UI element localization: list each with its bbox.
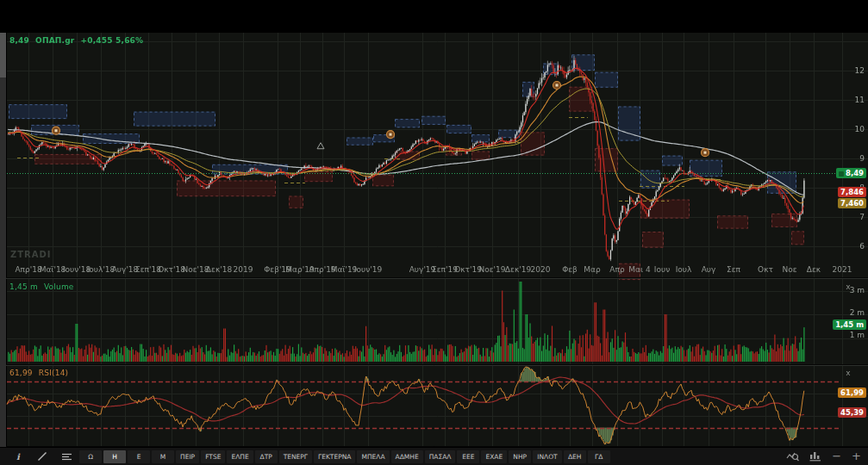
- ticker-button-ΜΠΕΛΑ[interactable]: ΜΠΕΛΑ: [357, 450, 389, 463]
- x-axis-label: 2019: [234, 265, 253, 274]
- volume-axis-label: 1 m: [835, 331, 865, 339]
- countdown-icon: [839, 171, 844, 177]
- symbol-change: +0,455 5,66%: [81, 36, 144, 45]
- volume-label: Volume: [44, 282, 74, 291]
- ticker-button-FTSE[interactable]: FTSE: [201, 450, 225, 463]
- timeframe-button-Η[interactable]: Η: [103, 450, 126, 463]
- x-axis-label: Απρ: [609, 265, 624, 274]
- x-axis-label: Ιουλ'18: [87, 265, 116, 274]
- x-axis-label: Αυγ: [702, 265, 716, 274]
- ticker-button-ΤΕΝΕΡΓ[interactable]: ΤΕΝΕΡΓ: [279, 450, 312, 463]
- volume-value: 1,45 m: [9, 282, 38, 291]
- ticker-button-ΔΕΗ[interactable]: ΔΕΗ: [564, 450, 586, 463]
- volume-legend: 1,45 m Volume: [9, 282, 78, 291]
- timeframe-button-Μ[interactable]: Μ: [152, 450, 174, 463]
- x-axis-label: Νοε: [782, 265, 796, 274]
- zoom-to-fit-icon[interactable]: [786, 450, 799, 462]
- x-axis-label: Ιουν'19: [354, 265, 382, 274]
- x-axis-label: Φεβ: [562, 265, 578, 274]
- x-axis-label: Οκτ'19: [454, 265, 482, 274]
- price-badge-ma-slow-value: 7,460: [838, 198, 866, 208]
- ticker-button-ΕΕΕ[interactable]: ΕΕΕ: [457, 450, 479, 463]
- x-axis-label: Ιουν: [654, 265, 670, 274]
- volume-pane-close-button[interactable]: x: [844, 282, 852, 291]
- x-axis-label: Δεκ'19: [505, 265, 531, 274]
- x-axis-label: Οκτ'18: [158, 265, 185, 274]
- ticker-button-ΠΕΙΡ[interactable]: ΠΕΙΡ: [176, 450, 199, 463]
- symbol-name: ΟΠΑΠ.gr: [35, 36, 74, 45]
- x-axis-label: Οκτ: [758, 265, 773, 274]
- price-axis-label: 11: [835, 96, 865, 104]
- price-axis-label: 12: [835, 66, 865, 75]
- rsi-label: RSI(14): [39, 369, 69, 377]
- timeframe-group: ΩΗΕΜ: [79, 450, 176, 463]
- x-axis-label: Μαϊ'19: [331, 265, 358, 274]
- ticker-button-ΕΧΑΕ[interactable]: ΕΧΑΕ: [481, 450, 507, 463]
- chart-canvas[interactable]: [0, 0, 868, 465]
- zoom-out-button[interactable]: −: [832, 450, 841, 462]
- x-axis-label: Δεκ: [807, 265, 821, 274]
- ticker-button-ΝΗΡ[interactable]: ΝΗΡ: [509, 450, 531, 463]
- x-axis-label: 2020: [531, 265, 551, 274]
- platform-watermark: ZTRADI: [10, 250, 52, 259]
- ticker-button-ΓΔ[interactable]: ΓΔ: [588, 450, 610, 463]
- watchlist-icon: [61, 452, 72, 462]
- x-axis-label: Ιουλ: [676, 265, 692, 274]
- ticker-button-ΓΕΚΤΕΡΝΑ[interactable]: ΓΕΚΤΕΡΝΑ: [314, 450, 355, 463]
- rsi-badge-rsi-value: 61,99: [838, 388, 866, 398]
- volume-axis-label: 2 m: [835, 308, 865, 317]
- x-axis-label: Μαρ: [584, 265, 600, 274]
- rsi-pane-close-button[interactable]: x: [844, 369, 852, 377]
- price-axis-label: 10: [835, 125, 865, 133]
- x-axis-label: 2021: [833, 265, 852, 274]
- watchlist-button[interactable]: [55, 450, 78, 463]
- trend-line-tool-button[interactable]: [31, 450, 53, 463]
- timeframe-button-Ω[interactable]: Ω: [79, 450, 102, 463]
- side-panel-scroll-thumb[interactable]: [0, 33, 6, 78]
- chart-zoom-controls: − +: [786, 447, 861, 465]
- x-axis-label: Σεπ: [727, 265, 740, 274]
- price-axis-label: 9: [835, 154, 865, 163]
- ticker-button-ΕΛΠΕ[interactable]: ΕΛΠΕ: [227, 450, 253, 463]
- ticker-button-ΑΔΜΗΕ[interactable]: ΑΔΜΗΕ: [391, 450, 423, 463]
- zoom-in-button[interactable]: +: [852, 450, 861, 462]
- ticker-group: ΠΕΙΡFTSEΕΛΠΕΔΤΡΤΕΝΕΡΓΓΕΚΤΕΡΝΑΜΠΕΛΑΑΔΜΗΕΠ…: [176, 450, 612, 463]
- info-button[interactable]: i: [7, 450, 29, 463]
- rsi-legend: 61,99 RSI(14): [9, 369, 72, 377]
- side-panel-scrollbar[interactable]: [0, 33, 6, 447]
- rsi-value: 61,99: [9, 369, 33, 377]
- price-axis-label: 7: [835, 213, 865, 221]
- rsi-badge-rsi-ma-value: 45,39: [838, 407, 866, 418]
- bottom-toolbar: i ΩΗΕΜ ΠΕΙΡFTSEΕΛΠΕΔΤΡΤΕΝΕΡΓΓΕΚΤΕΡΝΑΜΠΕΛ…: [0, 447, 868, 465]
- ticker-button-ΔΤΡ[interactable]: ΔΤΡ: [255, 450, 278, 463]
- price-axis-label: 6: [835, 242, 865, 251]
- x-axis-label: Νοε'18: [182, 265, 209, 274]
- bar-chart-view-icon[interactable]: [809, 450, 821, 462]
- x-axis-label: Δεκ'18: [206, 265, 232, 274]
- symbol-legend: 8,49 ΟΠΑΠ.gr +0,455 5,66%: [9, 36, 147, 45]
- volume-badge-current-volume: 1,45 m: [833, 319, 866, 330]
- symbol-last-price: 8,49: [9, 36, 29, 45]
- x-axis-label: Νοε'19: [478, 265, 505, 274]
- x-axis-label: Μαϊ'18: [40, 265, 66, 274]
- ticker-button-ΠΑΣΑΛ[interactable]: ΠΑΣΑΛ: [425, 450, 456, 463]
- x-axis-label: Απρ'18: [15, 265, 41, 274]
- ticker-button-ΙΝΛΟΤ[interactable]: ΙΝΛΟΤ: [533, 450, 561, 463]
- timeframe-button-Ε[interactable]: Ε: [128, 450, 150, 463]
- x-axis-label: Αυγ'18: [112, 265, 139, 274]
- trend-line-icon: [37, 451, 47, 462]
- price-badge-last-price: 8,49: [836, 168, 866, 178]
- x-axis-label: Μαι 4: [628, 265, 650, 274]
- trading-chart-window: 8,49 ΟΠΑΠ.gr +0,455 5,66% ZTRADI 1,45 m …: [0, 0, 868, 465]
- price-badge-ma-fast-value: 7,846: [838, 187, 866, 197]
